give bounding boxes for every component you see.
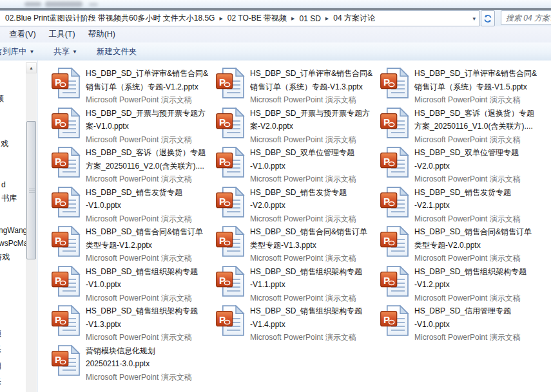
title-text-blur xyxy=(89,3,98,6)
file-item[interactable]: P HS_DBP_SD_客诉（退换货）专题 方案_20250116_V1.0(含… xyxy=(380,107,545,147)
file-item[interactable]: P HS_DBP_SD_销售合同&销售订单 类型专题-V1.2.pptx Mic… xyxy=(52,225,216,265)
scrollbar-thumb[interactable] xyxy=(26,121,36,259)
sidebar-item-clipped[interactable]: 频 xyxy=(0,93,4,104)
powerpoint-file-icon: P xyxy=(52,226,81,257)
sidebar-scrollbar[interactable]: ▲ xyxy=(26,62,37,392)
address-dropdown-icon[interactable]: ▾ xyxy=(469,15,479,22)
file-name-line2: -V1.4.pptx xyxy=(250,318,379,331)
file-label: HS_DBP_SD_销售发货专题 -V2.0.pptx Microsoft Po… xyxy=(250,186,379,226)
file-item[interactable]: P HS_DBP_SD_销售组织架构专题 -V1.4.pptx Microsof… xyxy=(216,304,380,344)
file-name-line2: -V1.0.pptx xyxy=(86,199,215,212)
sidebar-item-clipped[interactable]: ngWang xyxy=(0,226,27,235)
toolbar-button[interactable]: 新建文件夹 xyxy=(97,46,137,57)
menu-bar: 查看(V)工具(T)帮助(H) xyxy=(0,26,551,42)
file-name-line1: HS_DBP_SD_销售发货专题 xyxy=(86,186,215,200)
file-item[interactable]: P HS_DBP_SD_销售组织架构专题 -V1.2.pptx Microsof… xyxy=(380,265,545,305)
file-name-line1: HS_DBP_SD_客诉（退换货）专题 xyxy=(414,107,543,120)
search-input[interactable] xyxy=(501,11,551,24)
file-list: P HS_DBP_SD_订单评审&销售合同& 销售订单（系统）专题-V1.2.p… xyxy=(52,67,545,384)
file-name-line2: -V2.0.pptx xyxy=(250,199,379,212)
file-name-line2: 类型专题-V1.3.pptx xyxy=(250,239,379,252)
toolbar-button[interactable]: 共享▼ xyxy=(53,46,77,57)
file-type: Microsoft PowerPoint 演示文稿 xyxy=(414,93,543,107)
powerpoint-file-icon: P xyxy=(216,68,246,98)
file-name-line1: 营销模块信息化规划 xyxy=(86,344,215,358)
sidebar-item-clipped[interactable]: 频 xyxy=(0,328,1,339)
file-item[interactable]: P HS_DBP_SD_销售发货专题 -V1.0.pptx Microsoft … xyxy=(52,186,216,226)
file-item[interactable]: P HS_DBP_SD_信用管理专题 -V1.0.pptx Microsoft … xyxy=(380,304,545,344)
file-name-line2: -V2.0.pptx xyxy=(414,160,543,173)
file-label: HS_DBP_SD_销售合同&销售订单 类型专题-V1.3.pptx Micro… xyxy=(250,225,379,265)
breadcrumb: 02.Blue Print蓝图设计阶段 带视频共60多小时 文件大小18.5G▶… xyxy=(0,13,469,24)
sidebar-item-clipped[interactable]: 乐 xyxy=(0,377,1,387)
file-label: HS_DBP_SD_销售组织架构专题 -V1.1.pptx Microsoft … xyxy=(250,265,379,305)
file-type: Microsoft PowerPoint 演示文稿 xyxy=(250,331,379,344)
breadcrumb-segment[interactable]: 02.Blue Print蓝图设计阶段 带视频共60多小时 文件大小18.5G xyxy=(4,13,216,24)
file-item[interactable]: P HS_DBP_SD_订单评审&销售合同& 销售订单（系统）专题-V1.3.p… xyxy=(216,67,380,107)
file-item[interactable]: P HS_DBP_SD_销售组织架构专题 -V1.3.pptx Microsof… xyxy=(52,304,216,344)
menu-item[interactable]: 帮助(H) xyxy=(84,27,120,42)
file-name-line1: HS_DBP_SD_销售组织架构专题 xyxy=(86,304,215,318)
scrollbar-up-icon[interactable]: ▲ xyxy=(26,62,37,73)
file-label: HS_DBP_SD_销售发货专题 -V2.1.pptx Microsoft Po… xyxy=(414,186,543,226)
sidebar-item-clipped[interactable]: 游戏 xyxy=(0,252,10,263)
file-label: HS_DBP_SD_信用管理专题 -V1.0.pptx Microsoft Po… xyxy=(414,304,543,344)
file-label: HS_DBP_SD_销售组织架构专题 -V1.2.pptx Microsoft … xyxy=(414,265,543,305)
file-label: HS_DBP_SD_销售组织架构专题 -V1.4.pptx Microsoft … xyxy=(250,304,379,344)
file-item[interactable]: P HS_DBP_SD_订单评审&销售合同& 销售订单（系统）专题-V1.5.p… xyxy=(380,67,545,107)
powerpoint-file-icon: P xyxy=(216,107,246,138)
powerpoint-file-icon: P xyxy=(52,266,81,297)
sidebar-item-clipped[interactable]: 销 xyxy=(0,360,1,371)
file-name-line2: 方案_20250116_V2.0(含关联方).... xyxy=(86,160,215,173)
menu-item[interactable]: 查看(V) xyxy=(5,27,41,42)
address-bar[interactable]: 02.Blue Print蓝图设计阶段 带视频共60多小时 文件大小18.5G▶… xyxy=(0,10,480,26)
sidebar-item-clipped[interactable]: 戏 xyxy=(1,138,8,149)
sidebar-item-clipped[interactable]: d xyxy=(1,180,6,189)
breadcrumb-segment[interactable]: 02 TO-BE 带视频 xyxy=(226,13,288,24)
file-item[interactable]: P HS_DBP_SD_开票与预开票专题方 案-V2.0.pptx Micros… xyxy=(216,107,380,147)
file-type: Microsoft PowerPoint 演示文稿 xyxy=(250,173,379,186)
refresh-button[interactable] xyxy=(481,10,495,26)
file-item[interactable]: P HS_DBP_SD_销售发货专题 -V2.0.pptx Microsoft … xyxy=(216,186,380,226)
file-name-line1: HS_DBP_SD_销售组织架构专题 xyxy=(250,304,379,318)
toolbar-button[interactable]: 包含到库中▼ xyxy=(0,46,34,57)
file-name-line1: HS_DBP_SD_信用管理专题 xyxy=(414,304,543,318)
file-item[interactable]: P HS_DBP_SD_订单评审&销售合同& 销售订单（系统）专题-V1.2.p… xyxy=(52,67,216,107)
powerpoint-file-icon: P xyxy=(52,305,81,336)
file-item[interactable]: P HS_DBP_SD_销售合同&销售订单 类型专题-V2.0.pptx Mic… xyxy=(380,225,545,265)
file-item[interactable]: P 营销模块信息化规划 20250211-3.0.pptx Microsoft … xyxy=(52,344,216,384)
file-label: HS_DBP_SD_订单评审&销售合同& 销售订单（系统）专题-V1.2.ppt… xyxy=(86,67,215,107)
sidebar-item-clipped[interactable]: 乐 xyxy=(0,344,1,355)
file-item[interactable]: P HS_DBP_SD_销售发货专题 -V2.1.pptx Microsoft … xyxy=(380,186,545,226)
menu-item[interactable]: 工具(T) xyxy=(44,27,80,42)
file-item[interactable]: P HS_DBP_SD_客诉（退换货）专题 方案_20250116_V2.0(含… xyxy=(52,146,216,186)
sidebar-item-clipped[interactable]: 书库 xyxy=(1,193,17,204)
explorer-window: 02.Blue Print蓝图设计阶段 带视频共60多小时 文件大小18.5G▶… xyxy=(0,0,551,392)
file-label: HS_DBP_SD_客诉（退换货）专题 方案_20250116_V2.0(含关联… xyxy=(86,146,215,186)
file-item[interactable]: P HS_DBP_SD_销售组织架构专题 -V1.1.pptx Microsof… xyxy=(216,265,380,305)
file-item[interactable]: P HS_DBP_SD_销售合同&销售订单 类型专题-V1.3.pptx Mic… xyxy=(216,225,380,265)
file-type: Microsoft PowerPoint 演示文稿 xyxy=(86,292,215,305)
file-label: HS_DBP_SD_订单评审&销售合同& 销售订单（系统）专题-V1.3.ppt… xyxy=(250,67,379,107)
file-item[interactable]: P HS_DBP_SD_开票与预开票专题方 案-V1.0.pptx Micros… xyxy=(52,107,216,147)
breadcrumb-segment[interactable]: 04 方案讨论 xyxy=(332,13,376,24)
file-label: HS_DBP_SD_客诉（退换货）专题 方案_20250116_V1.0(含关联… xyxy=(414,107,543,147)
address-bar-row: 02.Blue Print蓝图设计阶段 带视频共60多小时 文件大小18.5G▶… xyxy=(0,10,551,26)
file-name-line2: -V1.1.pptx xyxy=(250,278,379,292)
powerpoint-file-icon: P xyxy=(380,226,410,257)
powerpoint-file-icon: P xyxy=(52,147,81,178)
sidebar-item-clipped[interactable]: wsPcMa xyxy=(0,239,28,248)
file-name-line2: -V1.2.pptx xyxy=(414,278,543,292)
file-name-line2: 销售订单（系统）专题-V1.5.pptx xyxy=(414,80,543,94)
file-name-line1: HS_DBP_SD_订单评审&销售合同& xyxy=(86,67,215,80)
breadcrumb-segment[interactable]: 01 SD xyxy=(298,14,322,23)
powerpoint-file-icon: P xyxy=(380,107,410,138)
title-text-blur xyxy=(45,1,82,7)
file-name-line1: HS_DBP_SD_销售发货专题 xyxy=(414,186,543,200)
file-item[interactable]: P HS_DBP_SD_双单位管理专题 -V1.0.pptx Microsoft… xyxy=(216,146,380,186)
file-item[interactable]: P HS_DBP_SD_双单位管理专题 -V2.0.pptx Microsoft… xyxy=(380,146,545,186)
file-item[interactable]: P HS_DBP_SD_销售组织架构专题 -V1.0.pptx Microsof… xyxy=(52,265,216,305)
file-type: Microsoft PowerPoint 演示文稿 xyxy=(86,212,215,226)
powerpoint-file-icon: P xyxy=(380,147,410,178)
file-type: Microsoft PowerPoint 演示文稿 xyxy=(414,331,543,344)
